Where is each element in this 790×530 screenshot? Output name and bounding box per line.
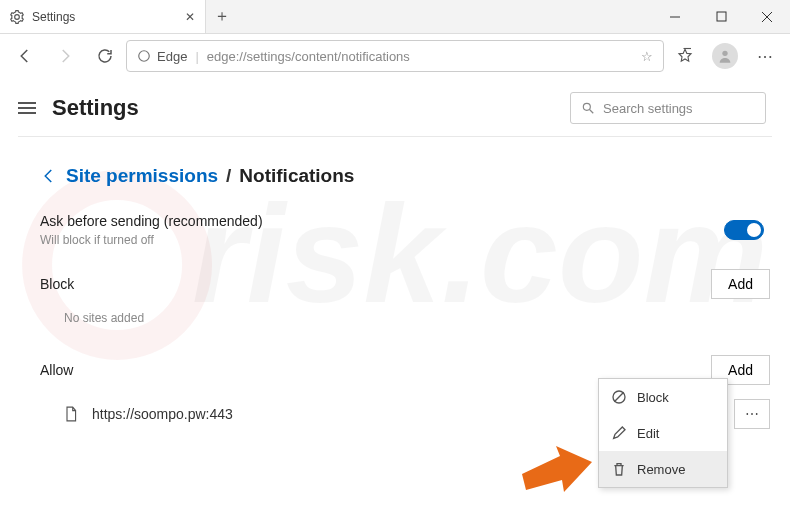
breadcrumb-separator: /	[226, 165, 231, 187]
site-identity: Edge	[137, 49, 187, 64]
address-bar[interactable]: Edge | edge://settings/content/notificat…	[126, 40, 664, 72]
svg-line-13	[614, 392, 623, 401]
svg-marker-14	[522, 446, 592, 492]
ask-before-sending-sub: Will block if turned off	[40, 233, 263, 247]
refresh-button[interactable]	[86, 38, 124, 74]
menu-edit[interactable]: Edit	[599, 415, 727, 451]
svg-point-10	[583, 103, 590, 110]
profile-button[interactable]	[706, 38, 744, 74]
search-placeholder: Search settings	[603, 101, 693, 116]
trash-icon	[611, 461, 627, 477]
svg-point-6	[722, 51, 727, 56]
window-titlebar: Settings ✕ ＋	[0, 0, 790, 34]
tab-title: Settings	[32, 10, 75, 24]
menu-button[interactable]: ⋯	[746, 38, 784, 74]
forward-button[interactable]	[46, 38, 84, 74]
annotation-arrow	[522, 444, 592, 494]
search-icon	[581, 101, 595, 115]
breadcrumb: Site permissions / Notifications	[40, 165, 770, 187]
block-empty-text: No sites added	[40, 299, 770, 325]
maximize-button[interactable]	[698, 0, 744, 33]
block-icon	[611, 389, 627, 405]
settings-header: Settings Search settings	[0, 78, 790, 136]
allow-site-url: https://soompo.pw:443	[92, 406, 233, 422]
block-section-title: Block	[40, 276, 74, 292]
favorites-button[interactable]	[666, 38, 704, 74]
svg-point-4	[139, 51, 150, 62]
menu-remove[interactable]: Remove	[599, 451, 727, 487]
browser-tab[interactable]: Settings ✕	[0, 0, 206, 33]
site-more-button[interactable]: ⋯	[734, 399, 770, 429]
file-icon	[64, 406, 78, 422]
browser-toolbar: Edge | edge://settings/content/notificat…	[0, 34, 790, 78]
breadcrumb-parent[interactable]: Site permissions	[66, 165, 218, 187]
allow-section-title: Allow	[40, 362, 73, 378]
edge-icon	[137, 49, 151, 63]
ask-before-sending-toggle[interactable]	[724, 220, 764, 240]
favorite-icon[interactable]: ☆	[641, 49, 653, 64]
separator: |	[195, 49, 198, 64]
page-title: Settings	[52, 95, 139, 121]
back-button[interactable]	[6, 38, 44, 74]
breadcrumb-back-icon[interactable]	[40, 167, 58, 185]
svg-rect-1	[717, 12, 726, 21]
menu-block[interactable]: Block	[599, 379, 727, 415]
url-text: edge://settings/content/notifications	[207, 49, 410, 64]
avatar-icon	[717, 48, 733, 64]
block-add-button[interactable]: Add	[711, 269, 770, 299]
close-window-button[interactable]	[744, 0, 790, 33]
breadcrumb-current: Notifications	[239, 165, 354, 187]
search-input[interactable]: Search settings	[570, 92, 766, 124]
gear-icon	[10, 10, 24, 24]
edit-icon	[611, 425, 627, 441]
ask-before-sending-label: Ask before sending (recommended)	[40, 213, 263, 229]
context-menu: Block Edit Remove	[598, 378, 728, 488]
hamburger-icon[interactable]	[18, 101, 36, 115]
new-tab-button[interactable]: ＋	[206, 0, 238, 33]
svg-line-11	[590, 110, 594, 114]
minimize-button[interactable]	[652, 0, 698, 33]
close-tab-icon[interactable]: ✕	[185, 10, 195, 24]
